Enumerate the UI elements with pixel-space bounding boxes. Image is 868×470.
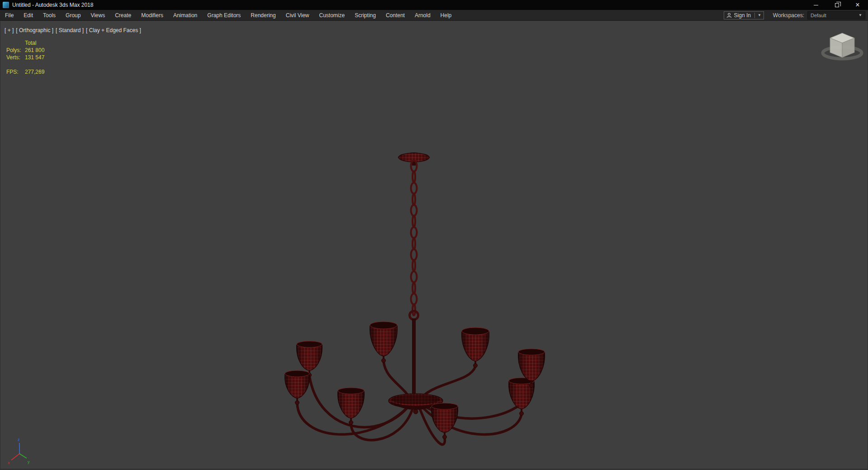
user-icon xyxy=(726,13,732,18)
menu-items: FileEditToolsGroupViewsCreateModifiersAn… xyxy=(0,10,456,20)
menu-item[interactable]: Tools xyxy=(38,10,61,20)
menu-item[interactable]: Arnold xyxy=(410,10,436,20)
menu-item[interactable]: Edit xyxy=(19,10,38,20)
stats-total-header: Total xyxy=(25,39,36,47)
stats-fps-value: 277,269 xyxy=(25,68,44,76)
viewcube[interactable] xyxy=(823,33,862,59)
viewport-label-part[interactable]: [ Standard ] xyxy=(56,27,84,33)
minimize-button[interactable] xyxy=(806,0,826,10)
stats-polys-row: Polys: 261 800 xyxy=(6,47,44,54)
menu-item[interactable]: Animation xyxy=(168,10,202,20)
chandelier-chain xyxy=(411,161,417,315)
axis-tripod: x y z xyxy=(8,437,30,465)
sign-in-button[interactable]: Sign In ▼ xyxy=(724,11,764,19)
viewport-label: [ + ][ Orthographic ][ Standard ][ Clay … xyxy=(5,27,141,33)
window-controls: × xyxy=(806,0,868,10)
axis-y-label: y xyxy=(28,460,30,464)
stats-fps-row: FPS: 277,269 xyxy=(6,68,44,76)
stats-verts-value: 131 547 xyxy=(25,54,44,61)
menubar-right: Sign In ▼ Workspaces: Default ▼ xyxy=(724,11,865,19)
app-icon[interactable] xyxy=(3,2,9,8)
workspace-value: Default xyxy=(811,13,826,18)
menu-item[interactable]: Modifiers xyxy=(136,10,168,20)
titlebar: Untitled - Autodesk 3ds Max 2018 × xyxy=(0,0,868,10)
stats-polys-value: 261 800 xyxy=(25,47,44,54)
workspace-caret-icon: ▼ xyxy=(859,14,862,17)
close-icon: × xyxy=(855,1,859,9)
sign-in-divider xyxy=(754,13,755,18)
axis-x-label: x xyxy=(8,461,10,465)
viewport-label-part[interactable]: [ Clay + Edged Faces ] xyxy=(86,27,141,33)
sign-in-label: Sign In xyxy=(734,12,751,19)
chandelier-rod xyxy=(413,319,416,404)
minimize-icon xyxy=(814,5,818,5)
window-title: Untitled - Autodesk 3ds Max 2018 xyxy=(12,2,93,8)
menu-item[interactable]: Create xyxy=(110,10,136,20)
menu-item[interactable]: Graph Editors xyxy=(202,10,246,20)
restore-icon xyxy=(835,3,839,7)
axis-z-label: z xyxy=(18,437,20,442)
stats-polys-label: Polys: xyxy=(6,47,25,54)
menu-item[interactable]: Rendering xyxy=(246,10,280,20)
statistics-overlay: Total Polys: 261 800 Verts: 131 547 FPS:… xyxy=(6,39,44,76)
menu-item[interactable]: Help xyxy=(436,10,457,20)
menu-item[interactable]: Scripting xyxy=(350,10,381,20)
restore-button[interactable] xyxy=(826,0,847,10)
stats-header-row: Total xyxy=(6,39,44,47)
workspace-dropdown[interactable]: Default ▼ xyxy=(807,11,865,19)
viewport-label-part[interactable]: [ + ] xyxy=(5,27,14,33)
chandelier-canopy xyxy=(398,153,429,166)
viewport[interactable]: [ + ][ Orthographic ][ Standard ][ Clay … xyxy=(0,21,868,470)
menu-item[interactable]: Group xyxy=(61,10,85,20)
close-button[interactable]: × xyxy=(847,0,868,10)
menu-bar: FileEditToolsGroupViewsCreateModifiersAn… xyxy=(0,10,868,21)
menu-item[interactable]: File xyxy=(0,10,19,20)
stats-verts-label: Verts: xyxy=(6,54,25,61)
viewport-label-part[interactable]: [ Orthographic ] xyxy=(16,27,53,33)
chandelier-model[interactable] xyxy=(285,153,545,445)
stats-verts-row: Verts: 131 547 xyxy=(6,54,44,61)
menu-item[interactable]: Views xyxy=(85,10,110,20)
sign-in-caret-icon[interactable]: ▼ xyxy=(758,14,761,17)
menu-item[interactable]: Civil View xyxy=(281,10,314,20)
menu-item[interactable]: Content xyxy=(381,10,410,20)
workspaces-label: Workspaces: xyxy=(773,12,804,19)
menu-item[interactable]: Customize xyxy=(314,10,350,20)
stats-fps-label: FPS: xyxy=(6,68,25,76)
scene-canvas[interactable]: x y z xyxy=(0,21,868,470)
